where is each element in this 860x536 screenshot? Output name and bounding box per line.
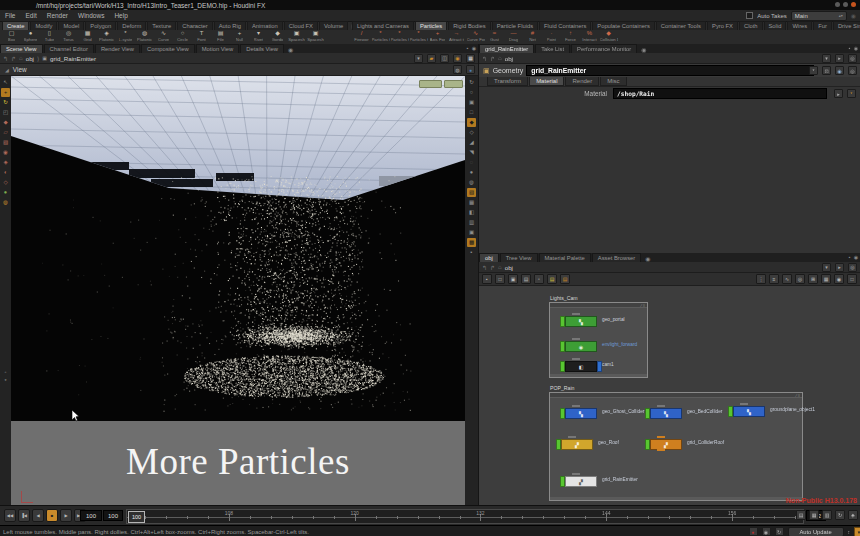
left-shelf-tab-texture[interactable]: Texture <box>147 21 176 30</box>
left-shelf-tab-volume[interactable]: Volume <box>319 21 348 30</box>
left-shelf-tab-cloud-fx[interactable]: Cloud FX <box>284 21 318 30</box>
left-shelf-tab-auto-rig[interactable]: Auto Rig <box>214 21 246 30</box>
node-input-connector[interactable] <box>572 405 580 407</box>
grid-options-icon[interactable]: ▩ <box>467 238 476 247</box>
net-wire-style-icon[interactable]: ∿ <box>782 274 792 284</box>
take-selector[interactable]: Main ▴▾ <box>791 11 847 21</box>
pin-icon[interactable]: ◎ <box>848 263 857 272</box>
new-tab-icon[interactable]: ◉ <box>642 255 653 262</box>
param-tab-performance-monitor[interactable]: Performance Monitor <box>571 44 637 53</box>
menu-render[interactable]: Render <box>42 12 73 19</box>
paint-tool-icon[interactable]: ◉ <box>1 148 10 157</box>
right-shelf-tab-populate-containers[interactable]: Populate Containers <box>592 21 655 30</box>
view-home-icon[interactable]: ↻ <box>467 78 476 87</box>
node-grid_RainEmitter[interactable]: ▞grid_RainEmitter <box>560 476 597 485</box>
net-thumbnail-icon[interactable]: ▦ <box>821 274 831 284</box>
rotate-tool-icon[interactable]: ↻ <box>1 98 10 107</box>
pane-split-icon[interactable]: ▪ <box>849 45 851 51</box>
memory-usage-button[interactable]: ▾ <box>854 527 860 536</box>
network-tab-obj[interactable]: obj <box>479 253 499 262</box>
network-tab-material-palette[interactable]: Material Palette <box>539 253 591 262</box>
pane-maximize-icon[interactable]: ◉ <box>854 254 858 260</box>
collapse-arrow-icon[interactable]: ◢ <box>5 67 9 73</box>
network-box-resize-bar[interactable] <box>550 374 647 377</box>
path-dropdown-icon[interactable]: ▾ <box>822 263 831 272</box>
view-tool-icon[interactable]: ◐ <box>1 168 10 177</box>
wireframe-icon[interactable]: ◇ <box>467 128 476 137</box>
network-box-header[interactable]: ⁄ ≡ <box>550 393 802 398</box>
node-cam1[interactable]: ◧cam1 <box>560 361 602 370</box>
net-footprint-icon[interactable]: ▤ <box>521 274 531 284</box>
particles-tool-firewor[interactable]: /Firewor <box>352 30 371 44</box>
new-tab-icon[interactable]: ◉ <box>285 46 296 53</box>
current-frame-marker[interactable]: 100 <box>128 511 145 523</box>
node-geo_BedCollider[interactable]: ▚geo_BedCollider <box>645 408 682 417</box>
node-input-connector[interactable] <box>568 436 576 438</box>
simulation-toggle-icon[interactable]: ▥ <box>822 510 832 520</box>
lighting-mode-icon[interactable]: ▨ <box>467 188 476 197</box>
maximize-icon[interactable] <box>843 2 848 7</box>
node-output-connector[interactable] <box>657 449 665 451</box>
normal-display-icon[interactable]: ◍ <box>467 178 476 187</box>
jump-forward-icon[interactable]: ▸ <box>835 54 844 63</box>
left-shelf-tab-character[interactable]: Character <box>177 21 212 30</box>
net-color-orange-icon[interactable]: ▤ <box>560 274 570 284</box>
network-box-header[interactable]: ⁄ ≡ <box>550 303 647 308</box>
sculpt-tool-icon[interactable]: ◈ <box>1 158 10 167</box>
network-box-pop_rain[interactable]: ⁄ ≡▚geo_Ghost_Collider▚geo_BedCollider▚g… <box>549 392 803 501</box>
scale-tool-icon[interactable]: ◰ <box>1 108 10 117</box>
realtime-playback-icon[interactable]: ▦ <box>809 510 819 520</box>
scene-tab-channel-editor[interactable]: Channel Editor <box>44 44 94 53</box>
home-icon[interactable]: ⌂ <box>498 264 502 270</box>
slash-tool2-icon[interactable]: ◥ <box>467 148 476 157</box>
folder-tab-render[interactable]: Render <box>565 76 599 86</box>
net-template-icon[interactable]: ▣ <box>508 274 518 284</box>
right-shelf-tab-cloth[interactable]: Cloth <box>739 21 763 30</box>
pin-icon[interactable]: ◎ <box>848 54 857 63</box>
menu-windows[interactable]: Windows <box>73 12 109 19</box>
right-shelf-tab-wires[interactable]: Wires <box>787 21 812 30</box>
toolbar-collapse-icon[interactable]: ◦ <box>1 368 10 377</box>
frame-selected-icon[interactable]: ○ <box>467 88 476 97</box>
particles-tool-net[interactable]: #Net <box>523 30 542 44</box>
param-tab-grid-rainemitter[interactable]: grid_RainEmitter <box>479 44 534 53</box>
breadcrumb-node[interactable]: grid_RainEmitter <box>50 55 96 62</box>
jump-forward-icon[interactable]: ▸ <box>835 263 844 272</box>
network-box-resize-bar[interactable] <box>550 497 802 500</box>
forward-arrow-icon[interactable]: ↱ <box>11 55 16 62</box>
create-tool-circle[interactable]: ○Circle <box>173 30 192 44</box>
node-grid_ColliderRoof[interactable]: ▞grid_ColliderRoof <box>645 439 682 448</box>
param-tab-take-list[interactable]: Take List <box>535 44 570 53</box>
particles-tool-force[interactable]: ↑Force <box>561 30 580 44</box>
right-shelf-tab-particles[interactable]: Particles <box>415 21 447 30</box>
node-input-connector[interactable] <box>572 313 580 315</box>
breadcrumb-root[interactable]: obj <box>505 264 513 271</box>
update-mode-spinner-icon[interactable]: ↕ <box>848 529 851 535</box>
snapshot-view-icon[interactable]: ◧ <box>467 208 476 217</box>
scene-tab-render-view[interactable]: Render View <box>95 44 140 53</box>
create-tool-torus[interactable]: ◎Torus <box>59 30 78 44</box>
create-tool-box[interactable]: ▢Box <box>2 30 21 44</box>
create-tool-platonic[interactable]: ◈Platonic <box>97 30 116 44</box>
create-tool-gordo[interactable]: ◆Gordo <box>268 30 287 44</box>
playbar-menu-icon[interactable]: ◈ <box>848 510 858 520</box>
viewport[interactable]: More Particles <box>11 76 465 507</box>
create-tool-rivet[interactable]: ▾Rivet <box>249 30 268 44</box>
takes-menu-icon[interactable]: ◉ <box>851 12 856 19</box>
home-icon[interactable]: ⌂ <box>19 55 23 61</box>
particles-tool-collision-d[interactable]: ◆Collision D <box>599 30 618 44</box>
particles-tool-particles-f[interactable]: *Particles f <box>409 30 428 44</box>
forward-arrow-icon[interactable]: ↱ <box>490 55 495 62</box>
create-tool-curve[interactable]: ∿Curve <box>154 30 173 44</box>
node-geo_Ghost_Collider[interactable]: ▚geo_Ghost_Collider <box>560 408 597 417</box>
node-envlight_forward[interactable]: ◉envlight_forward <box>560 341 597 350</box>
node-geo_Roof[interactable]: ▞geo_Roof <box>556 439 593 448</box>
hip-flag-icon[interactable]: ▰ <box>427 54 436 63</box>
create-tool-null[interactable]: +Null <box>230 30 249 44</box>
net-menu-icon[interactable]: ⋮ <box>756 274 766 284</box>
node-input-connector[interactable] <box>572 338 580 340</box>
right-shelf-tab-pyro-fx[interactable]: Pyro FX <box>707 21 738 30</box>
material-path-input[interactable]: /shop/Rain <box>613 88 827 99</box>
help-icon[interactable]: ◉ <box>835 66 844 75</box>
create-tool-tube[interactable]: ▯Tube <box>40 30 59 44</box>
